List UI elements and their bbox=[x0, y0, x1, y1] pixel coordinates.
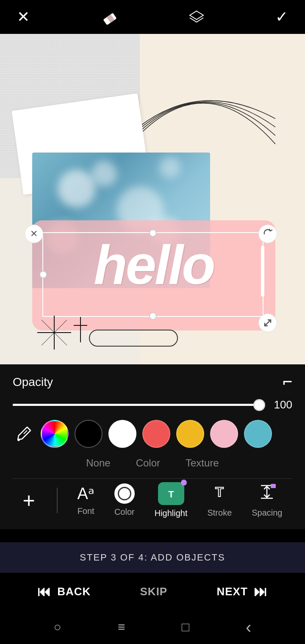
selection-rotate-handle[interactable] bbox=[258, 225, 277, 243]
highlight-label: Highlight bbox=[155, 508, 188, 518]
next-button[interactable]: NEXT ⏭ bbox=[217, 584, 268, 600]
toolbar-add-button[interactable]: + bbox=[22, 490, 36, 511]
tab-color[interactable]: Color bbox=[136, 457, 160, 469]
opacity-slider-row: 100 bbox=[13, 398, 292, 411]
layers-button[interactable] bbox=[187, 8, 206, 26]
nav-bar: ⏮ BACK SKIP NEXT ⏭ bbox=[0, 573, 305, 610]
opacity-value: 100 bbox=[267, 398, 292, 411]
opacity-slider-track[interactable] bbox=[13, 404, 259, 406]
next-skip-icon: ⏭ bbox=[254, 584, 268, 600]
active-indicator bbox=[181, 480, 187, 486]
color-swatch-black[interactable] bbox=[75, 420, 103, 448]
android-menu-icon[interactable]: ≡ bbox=[118, 620, 125, 634]
eraser-button[interactable] bbox=[99, 8, 118, 26]
skip-label: SKIP bbox=[140, 585, 168, 598]
font-icon: Aᵃ bbox=[78, 484, 94, 503]
toolbar-item-font[interactable]: Aᵃ Font bbox=[78, 484, 94, 516]
step-text: STEP 3 OF 4: ADD OBJECTS bbox=[80, 552, 225, 563]
color-icon bbox=[114, 483, 135, 504]
svg-point-9 bbox=[17, 439, 20, 441]
back-button[interactable]: ⏮ BACK bbox=[37, 584, 91, 600]
text-selection-box bbox=[42, 232, 263, 317]
canvas-area: hello ✕ bbox=[0, 34, 305, 364]
opacity-row: Opacity ⌐ bbox=[13, 373, 292, 391]
color-swatch-teal[interactable] bbox=[244, 420, 272, 448]
toolbar-item-stroke[interactable]: T Stroke bbox=[207, 483, 232, 518]
svg-text:T: T bbox=[216, 484, 224, 500]
skip-button[interactable]: SKIP bbox=[140, 585, 168, 598]
step-bar: STEP 3 OF 4: ADD OBJECTS bbox=[0, 542, 305, 573]
oval-decoration bbox=[89, 330, 178, 347]
opacity-label: Opacity bbox=[13, 375, 53, 389]
toolbar-divider bbox=[57, 488, 58, 513]
stroke-label: Stroke bbox=[207, 508, 232, 518]
handle-top[interactable] bbox=[149, 229, 157, 237]
sparkle-decoration bbox=[37, 316, 71, 350]
android-back-icon[interactable]: ‹ bbox=[246, 618, 251, 637]
bottom-panel: Opacity ⌐ 100 None Color Texture bbox=[0, 364, 305, 529]
svg-line-8 bbox=[24, 430, 27, 434]
tab-none[interactable]: None bbox=[86, 457, 110, 469]
handle-left[interactable] bbox=[39, 271, 47, 278]
spacing-icon bbox=[258, 483, 276, 505]
confirm-button[interactable]: ✓ bbox=[275, 8, 288, 26]
back-skip-icon: ⏮ bbox=[37, 584, 51, 600]
selection-resize-handle[interactable] bbox=[258, 314, 277, 332]
tab-texture[interactable]: Texture bbox=[186, 457, 219, 469]
svg-text:T: T bbox=[168, 489, 174, 500]
close-button[interactable]: ✕ bbox=[17, 8, 30, 26]
stroke-icon: T bbox=[211, 483, 228, 505]
android-circle-icon[interactable]: ○ bbox=[54, 620, 61, 634]
opacity-slider-fill bbox=[13, 404, 222, 406]
color-swatch-pink[interactable] bbox=[210, 420, 238, 448]
toolbar: + Aᵃ Font Color T Highlight bbox=[13, 478, 292, 525]
vertical-resize-bar[interactable] bbox=[261, 246, 264, 297]
highlight-icon-bg: T bbox=[158, 482, 184, 505]
handle-bottom[interactable] bbox=[149, 312, 157, 320]
eyedropper-button[interactable] bbox=[13, 423, 35, 445]
color-swatch-rainbow[interactable] bbox=[41, 420, 69, 448]
back-label: BACK bbox=[57, 585, 91, 598]
corner-radius-icon[interactable]: ⌐ bbox=[283, 373, 292, 391]
color-swatch-white[interactable] bbox=[108, 420, 136, 448]
next-label: NEXT bbox=[217, 585, 248, 598]
opacity-slider-thumb[interactable] bbox=[253, 399, 265, 411]
font-label: Font bbox=[78, 506, 94, 516]
add-icon: + bbox=[22, 490, 35, 511]
texture-tabs: None Color Texture bbox=[13, 457, 292, 469]
spacing-label: Spacing bbox=[252, 508, 282, 518]
selection-close-button[interactable]: ✕ bbox=[25, 225, 43, 243]
color-swatch-red[interactable] bbox=[142, 420, 170, 448]
color-swatch-yellow[interactable] bbox=[176, 420, 204, 448]
color-label: Color bbox=[114, 507, 135, 517]
android-nav: ○ ≡ □ ‹ bbox=[0, 610, 305, 644]
color-swatch-row bbox=[13, 420, 292, 448]
top-bar: ✕ ✓ bbox=[0, 0, 305, 34]
toolbar-item-color[interactable]: Color bbox=[114, 483, 135, 517]
android-square-icon[interactable]: □ bbox=[182, 620, 189, 634]
toolbar-item-spacing[interactable]: Spacing bbox=[252, 483, 282, 518]
toolbar-item-highlight[interactable]: T Highlight bbox=[155, 482, 188, 518]
cross-decoration bbox=[74, 317, 87, 344]
